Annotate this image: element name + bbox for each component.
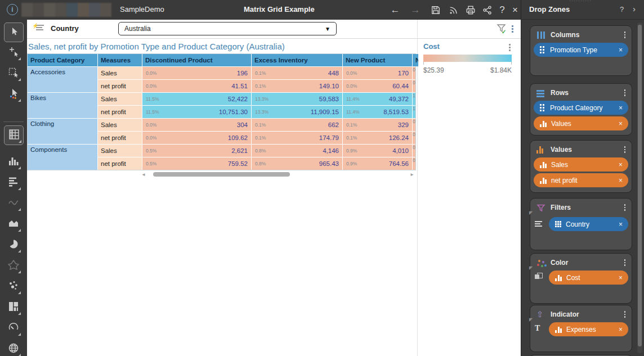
tool-treemap[interactable] — [4, 298, 23, 317]
tool-scatter-chart[interactable] — [4, 277, 23, 296]
matrix-cell[interactable]: 13.3%11,909.15 — [252, 106, 342, 118]
pill-values[interactable]: Values × — [534, 116, 628, 130]
scroll-right-icon[interactable]: ► — [409, 172, 415, 177]
pill-expenses[interactable]: Expenses × — [549, 322, 628, 336]
pill-product-category[interactable]: Product Category × — [534, 101, 628, 115]
remove-icon[interactable]: × — [619, 274, 623, 282]
legend-menu-icon[interactable] — [508, 44, 511, 51]
matrix-cell[interactable]: 0.5%2,621 — [142, 145, 251, 157]
tool-polar-chart[interactable] — [4, 256, 23, 275]
matrix-cell[interactable]: 0.0%304 — [142, 119, 251, 131]
print-icon[interactable] — [464, 3, 477, 17]
row-header-category[interactable]: Components — [28, 145, 97, 170]
horizontal-scrollbar[interactable]: ◄ ► — [141, 171, 415, 178]
section-menu-icon[interactable] — [624, 146, 626, 153]
filter-mode-icon[interactable] — [535, 221, 542, 227]
row-header-category[interactable]: Bikes — [28, 93, 97, 118]
matrix-cell[interactable]: 0.1%662 — [252, 119, 342, 131]
info-icon[interactable]: i — [7, 4, 18, 15]
tool-pie-chart[interactable] — [4, 236, 23, 254]
matrix-cell[interactable]: 0.8%965.43 — [252, 157, 342, 170]
remove-icon[interactable]: × — [619, 104, 623, 112]
matrix-cell[interactable]: 0.1%174.79 — [252, 132, 342, 144]
column-header[interactable]: Discontinued Product — [142, 54, 251, 66]
column-header[interactable]: Measures — [98, 54, 142, 66]
column-header-partial[interactable]: N — [413, 54, 418, 66]
remove-icon[interactable]: × — [619, 161, 623, 169]
remove-icon[interactable]: × — [619, 46, 623, 54]
text-tool-icon[interactable]: T — [535, 324, 540, 333]
tool-multi-select[interactable] — [4, 85, 23, 103]
section-menu-icon[interactable] — [624, 311, 626, 318]
matrix-cell[interactable]: 0.1%448 — [252, 67, 342, 79]
row-header-measure[interactable]: Sales — [98, 67, 142, 79]
pill-sales[interactable]: Sales × — [534, 157, 628, 172]
country-dropdown[interactable]: Australia ▼ — [118, 22, 337, 35]
column-header[interactable]: Excess Inventory — [252, 54, 342, 66]
scroll-left-icon[interactable]: ◄ — [141, 172, 146, 177]
tool-bar-chart[interactable] — [4, 173, 23, 192]
row-header-measure[interactable]: net profit — [98, 132, 142, 144]
row-header-measure[interactable]: net profit — [98, 80, 142, 92]
remove-icon[interactable]: × — [619, 326, 623, 334]
matrix-cell[interactable]: 0.9%764.56 — [343, 157, 412, 170]
row-header-measure[interactable]: Sales — [98, 93, 142, 105]
matrix-cell[interactable]: 0.1%126.24 — [343, 132, 412, 144]
tool-area-chart[interactable] — [4, 215, 23, 233]
panel-collapse-icon[interactable]: › — [633, 4, 636, 13]
matrix-cell[interactable]: 0.0%41.51 — [142, 80, 251, 92]
remove-icon[interactable]: × — [619, 177, 623, 184]
matrix-cell[interactable]: 13.3%59,583 — [252, 93, 342, 105]
remove-icon[interactable]: × — [619, 220, 623, 228]
tool-map[interactable] — [4, 340, 23, 356]
widget-menu-icon[interactable] — [511, 25, 513, 33]
row-header-category[interactable]: Accessories — [28, 67, 97, 92]
pill-country[interactable]: Country × — [549, 217, 628, 231]
matrix-cell[interactable]: 11.4%8,519.53 — [343, 106, 412, 118]
row-header-measure[interactable]: net profit — [98, 106, 142, 118]
section-menu-icon[interactable] — [624, 89, 626, 96]
forward-icon[interactable]: → — [409, 3, 422, 17]
close-icon[interactable]: × — [508, 3, 522, 17]
rss-icon[interactable] — [447, 3, 460, 17]
matrix-cell[interactable]: 0.0%196 — [142, 67, 251, 79]
matrix-cell[interactable]: 0.5%759.52 — [142, 157, 251, 170]
section-menu-icon[interactable] — [624, 31, 626, 38]
tool-gauge[interactable] — [4, 319, 23, 337]
matrix-cell[interactable]: 0.0%109.62 — [142, 132, 251, 144]
matrix-cell[interactable]: 11.5%10,751.30 — [142, 106, 251, 118]
row-header-measure[interactable]: net profit — [98, 157, 142, 170]
matrix-cell[interactable]: 0.0%170 — [343, 67, 412, 79]
matrix-cell[interactable]: 0.1%329 — [343, 119, 412, 131]
matrix-cell[interactable]: 11.4%49,372 — [343, 93, 412, 105]
pill-net-profit[interactable]: net profit × — [534, 173, 628, 187]
drag-handle-icon[interactable]: ·········· — [569, 0, 592, 3]
matrix-cell[interactable]: 0.0%60.44 — [343, 80, 412, 92]
panel-scrollbar-thumb[interactable] — [638, 25, 642, 346]
save-icon[interactable] — [429, 3, 442, 17]
pill-cost[interactable]: Cost × — [549, 271, 628, 285]
column-header[interactable]: New Product — [343, 54, 412, 66]
panel-scrollbar[interactable] — [637, 22, 642, 353]
row-header-category[interactable]: Clothing — [28, 119, 97, 144]
tool-column-chart[interactable] — [4, 152, 23, 171]
tool-line-chart[interactable] — [4, 194, 23, 213]
help-icon[interactable]: ? — [495, 3, 509, 17]
matrix-grid[interactable]: Product Category Measures Discontinued P… — [27, 53, 416, 170]
share-icon[interactable] — [481, 3, 494, 17]
tool-add-pointer[interactable] — [4, 43, 23, 62]
pill-promotion-type[interactable]: Promotion Type × — [534, 43, 628, 57]
scrollbar-thumb[interactable] — [153, 172, 290, 177]
tool-marquee-select[interactable] — [4, 64, 23, 83]
tool-matrix-grid[interactable] — [4, 125, 24, 145]
section-menu-icon[interactable] — [624, 204, 626, 211]
section-menu-icon[interactable] — [624, 259, 626, 266]
tool-select[interactable] — [4, 22, 24, 42]
matrix-cell[interactable]: 0.9%4,010 — [343, 145, 412, 157]
remove-icon[interactable]: × — [619, 120, 623, 128]
back-icon[interactable]: ← — [388, 3, 402, 17]
scrollbar-track[interactable] — [146, 172, 409, 177]
row-header-measure[interactable]: Sales — [98, 145, 142, 157]
matrix-cell[interactable]: 0.1%149.10 — [252, 80, 342, 92]
matrix-cell[interactable]: 11.5%52,422 — [142, 93, 251, 105]
